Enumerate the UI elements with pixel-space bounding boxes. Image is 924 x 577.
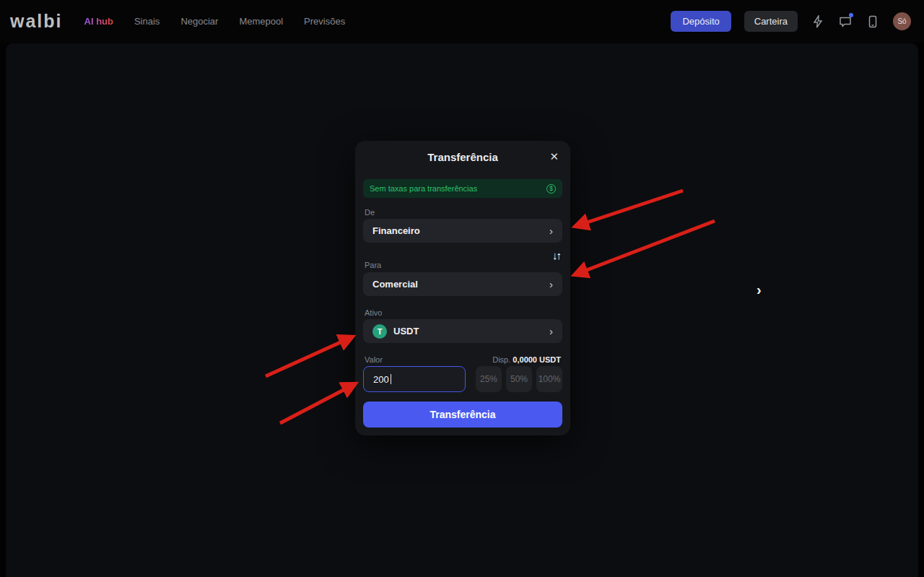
no-fees-banner: Sem taxas para transferências $ [363,179,562,198]
chevron-right-icon: › [549,325,553,337]
main-nav: AI hub Sinais Negociar Memepool Previsõe… [84,16,346,27]
percent-100-button[interactable]: 100% [536,366,562,392]
asset-select[interactable]: T USDT › [363,319,562,343]
percent-25-button[interactable]: 25% [476,366,502,392]
transfer-modal: Transferência ✕ Sem taxas para transferê… [355,141,570,435]
close-icon[interactable]: ✕ [549,150,559,163]
text-caret [391,374,391,384]
chevron-right-icon: › [549,225,553,237]
percent-50-button[interactable]: 50% [506,366,532,392]
from-label: De [365,208,375,217]
deposit-button[interactable]: Depósito [671,11,731,32]
modal-title: Transferência [355,151,570,163]
topbar: walbi AI hub Sinais Negociar Memepool Pr… [0,0,924,43]
swap-direction-icon[interactable]: ↓↑ [552,249,560,261]
dollar-circle-icon: $ [546,184,556,194]
asset-label: Ativo [365,308,382,317]
walbi-logo[interactable]: walbi [10,11,63,32]
amount-input[interactable]: 200 [363,366,466,392]
avatar[interactable]: Só [893,12,911,30]
nav-ai-hub[interactable]: AI hub [84,16,113,27]
mobile-icon[interactable] [866,14,880,29]
nav-negociar[interactable]: Negociar [180,16,218,27]
page: walbi AI hub Sinais Negociar Memepool Pr… [0,0,924,577]
transfer-submit-button[interactable]: Transferência [363,402,562,428]
available-balance: Disp. 0,0000 USDT [492,355,561,364]
lightning-icon[interactable] [811,14,825,29]
amount-label: Valor [365,355,383,364]
wallet-button[interactable]: Carteira [744,11,798,32]
nav-previsoes[interactable]: Previsões [304,16,345,27]
from-select[interactable]: Financeiro › [363,219,562,243]
chevron-right-icon: › [549,278,553,290]
notification-dot [849,13,853,17]
chat-icon[interactable] [838,14,853,29]
to-select[interactable]: Comercial › [363,272,562,296]
carousel-next-icon[interactable]: › [757,282,762,298]
nav-sinais[interactable]: Sinais [134,16,160,27]
usdt-icon: T [372,324,387,339]
topbar-right: Depósito Carteira Só [671,11,911,32]
to-label: Para [365,261,381,269]
nav-memepool[interactable]: Memepool [239,16,283,27]
